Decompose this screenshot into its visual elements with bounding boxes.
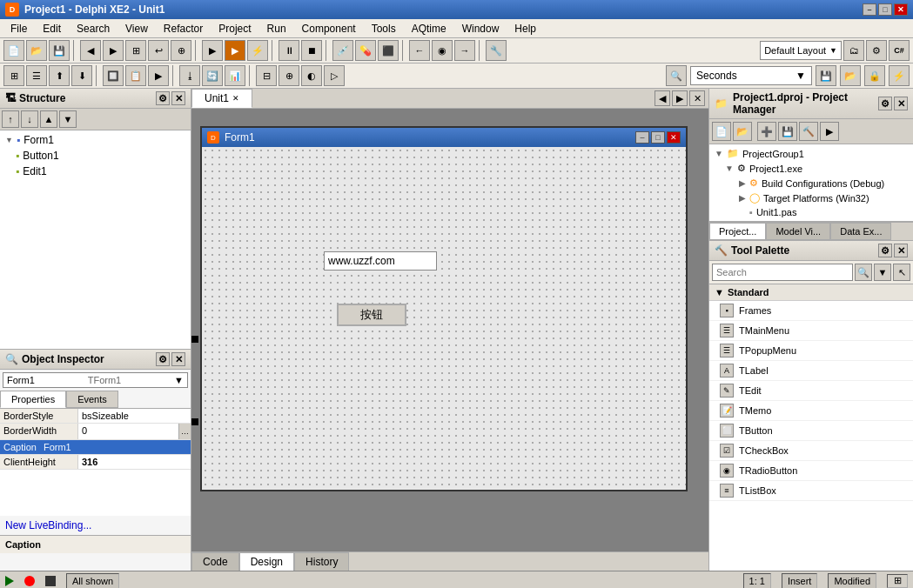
pm-item-project1exe[interactable]: ▼ ⚙ Project1.exe — [711, 161, 911, 176]
tb2-btn14[interactable]: ▷ — [324, 65, 345, 86]
tb2-right-btn4[interactable]: ⚡ — [889, 65, 910, 86]
structure-config-btn[interactable]: ⚙ — [156, 91, 170, 105]
tb-btn9[interactable]: ▶ — [202, 40, 223, 61]
button1-control[interactable]: 按钮 — [337, 304, 406, 326]
menu-search[interactable]: Search — [70, 21, 117, 37]
tb-csharp[interactable]: C# — [889, 40, 910, 61]
tp-close-btn[interactable]: ✕ — [894, 244, 908, 257]
btab-dataex[interactable]: Data Ex... — [830, 223, 891, 240]
tb2-right-btn2[interactable]: 📂 — [840, 65, 861, 86]
tp-item-tmainmenu[interactable]: ☰ TMainMenu — [709, 321, 913, 341]
oi-tab-properties[interactable]: Properties — [0, 391, 66, 408]
menu-help[interactable]: Help — [507, 21, 543, 37]
tab-left-btn[interactable]: ◀ — [655, 90, 670, 106]
tb-btn7[interactable]: ↩ — [148, 40, 169, 61]
menu-component[interactable]: Component — [295, 21, 363, 37]
editor-tab-unit1[interactable]: Unit1 ✕ — [191, 89, 252, 108]
tb-back[interactable]: ← — [409, 40, 430, 61]
code-tab-code[interactable]: Code — [191, 552, 239, 571]
tb2-right-btn3[interactable]: 🔒 — [864, 65, 885, 86]
structure-close-btn[interactable]: ✕ — [171, 91, 185, 105]
oi-val-borderwidth[interactable]: 0 — [78, 424, 178, 439]
tb2-btn12[interactable]: ⊕ — [279, 65, 299, 86]
tb2-search-btn[interactable]: 🔍 — [666, 65, 687, 86]
oi-val-borderstyle[interactable]: bsSizeable — [78, 409, 191, 423]
tb2-btn10[interactable]: 📊 — [225, 65, 245, 86]
form-handle-left[interactable] — [191, 336, 198, 343]
record-play-btn[interactable] — [5, 576, 14, 586]
pm-build-btn[interactable]: 🔨 — [799, 122, 818, 141]
pm-config-btn[interactable]: ⚙ — [878, 97, 892, 110]
pm-item-unit1pas[interactable]: ▪ Unit1.pas — [711, 205, 911, 219]
tb2-btn11[interactable]: ⊟ — [256, 65, 277, 86]
menu-run[interactable]: Run — [260, 21, 293, 37]
pm-new-btn[interactable]: 📄 — [712, 122, 731, 141]
tp-item-tcheckbox[interactable]: ☑ TCheckBox — [709, 441, 913, 461]
menu-refactor[interactable]: Refactor — [157, 21, 210, 37]
tp-search-opt-btn[interactable]: ▼ — [874, 264, 891, 281]
close-button[interactable]: ✕ — [894, 3, 908, 16]
code-tab-history[interactable]: History — [294, 552, 349, 571]
tp-item-tradiobutton[interactable]: ◉ TRadioButton — [709, 461, 913, 481]
pm-close-btn[interactable]: ✕ — [894, 97, 908, 110]
tb2-btn9[interactable]: 🔄 — [202, 65, 223, 86]
tb-forward[interactable]: → — [454, 40, 475, 61]
tab-close-btn[interactable]: ✕ — [689, 90, 705, 106]
tp-search-btn[interactable]: 🔍 — [855, 264, 872, 281]
pm-run-btn[interactable]: ▶ — [820, 122, 839, 141]
pm-add-btn[interactable]: ➕ — [757, 122, 776, 141]
tb-btn8[interactable]: ⊕ — [171, 40, 191, 61]
record-stop-btn[interactable] — [45, 576, 56, 586]
tb-btn6[interactable]: ⊞ — [125, 40, 146, 61]
struct-collapse-btn[interactable]: ▼ — [59, 110, 77, 128]
tree-item-form1[interactable]: ▼ ▪ Form1 — [2, 132, 189, 148]
tab-right-btn[interactable]: ▶ — [672, 90, 688, 106]
form-handle-bottom-left[interactable] — [191, 418, 198, 425]
seconds-dropdown[interactable]: Seconds ▼ — [690, 66, 812, 85]
tb2-btn5[interactable]: 🔲 — [103, 65, 124, 86]
btab-project[interactable]: Project... — [709, 223, 766, 240]
form1-min-btn[interactable]: – — [635, 131, 649, 144]
pm-item-projectgroup[interactable]: ▼ 📁 ProjectGroup1 — [711, 146, 911, 161]
maximize-button[interactable]: □ — [878, 3, 892, 16]
editor-tab-close[interactable]: ✕ — [232, 94, 239, 103]
tb2-right-btn1[interactable]: 💾 — [816, 65, 836, 86]
open-file-button[interactable]: 📂 — [26, 40, 47, 61]
menu-tools[interactable]: Tools — [365, 21, 403, 37]
tb-pause[interactable]: ⏸ — [279, 40, 299, 61]
menu-project[interactable]: Project — [211, 21, 258, 37]
tp-item-frames[interactable]: ▪ Frames — [709, 301, 913, 321]
tb2-btn6[interactable]: 📋 — [125, 65, 146, 86]
tp-item-tedit[interactable]: ✎ TEdit — [709, 381, 913, 401]
oi-close-btn[interactable]: ✕ — [171, 352, 185, 366]
tp-config-btn[interactable]: ⚙ — [878, 244, 892, 257]
tb-btn16[interactable]: ⬛ — [378, 40, 399, 61]
tb-btn15[interactable]: 💊 — [355, 40, 376, 61]
pm-item-buildconfig[interactable]: ▶ ⚙ Build Configurations (Debug) — [711, 176, 911, 190]
struct-up-btn[interactable]: ↑ — [2, 110, 19, 128]
tb-btn5[interactable]: ▶ — [103, 40, 124, 61]
oi-object-selector[interactable]: Form1 TForm1 ▼ — [3, 372, 188, 388]
tb-btn20[interactable]: 🔧 — [486, 40, 507, 61]
tp-item-tbutton[interactable]: ⬜ TButton — [709, 421, 913, 441]
menu-window[interactable]: Window — [455, 21, 507, 37]
oi-val-caption[interactable]: Form1 — [40, 440, 191, 454]
tb-btn14[interactable]: 💉 — [332, 40, 353, 61]
tb-stop[interactable]: ⏹ — [301, 40, 322, 61]
tb2-btn2[interactable]: ☰ — [26, 65, 47, 86]
oi-tab-events[interactable]: Events — [66, 391, 118, 408]
tb-btn10[interactable]: ▶ — [225, 40, 245, 61]
form-designer[interactable]: D Form1 – □ ✕ www.uzzf.com 按钮 — [191, 109, 708, 551]
new-file-button[interactable]: 📄 — [3, 40, 24, 61]
struct-expand-btn[interactable]: ▲ — [40, 110, 57, 128]
tp-item-tpopupmenu[interactable]: ☰ TPopupMenu — [709, 341, 913, 361]
minimize-button[interactable]: – — [863, 3, 876, 16]
tb2-btn4[interactable]: ⬇ — [71, 65, 92, 86]
oi-config-btn[interactable]: ⚙ — [156, 352, 170, 366]
struct-down-btn[interactable]: ↓ — [21, 110, 38, 128]
layout-dropdown[interactable]: Default Layout ▼ — [760, 41, 842, 60]
form1-close-btn[interactable]: ✕ — [667, 131, 681, 144]
oi-row-borderwidth[interactable]: BorderWidth 0 … — [0, 424, 191, 440]
tb2-btn1[interactable]: ⊞ — [3, 65, 24, 86]
tp-cursor-btn[interactable]: ↖ — [893, 264, 910, 281]
